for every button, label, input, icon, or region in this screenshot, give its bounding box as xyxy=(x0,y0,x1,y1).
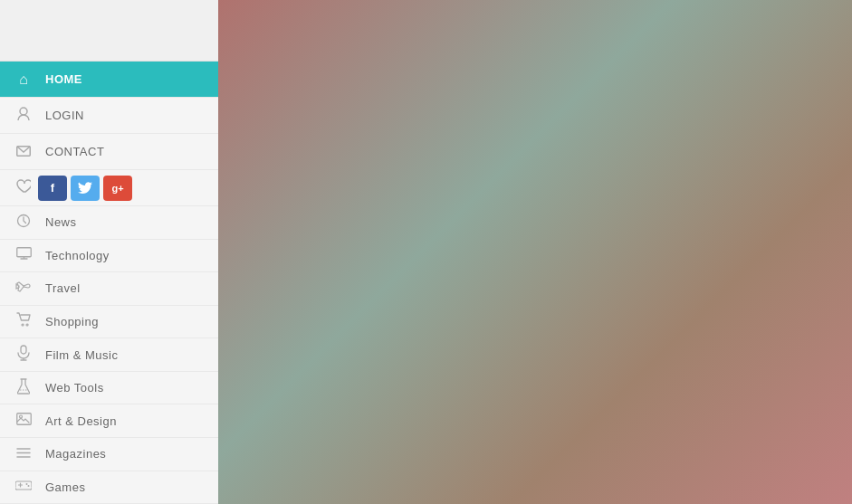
sidebar-item-label: Games xyxy=(45,480,85,494)
flask-icon xyxy=(14,378,33,398)
sidebar: ⌂ HOME LOGIN CONTACT f xyxy=(0,0,218,504)
sidebar-item-login[interactable]: LOGIN xyxy=(0,98,218,134)
sidebar-item-label: Technology xyxy=(45,249,110,262)
svg-point-4 xyxy=(22,324,24,326)
twitter-button[interactable] xyxy=(71,176,100,201)
sidebar-item-technology[interactable]: Technology xyxy=(0,240,218,273)
sidebar-item-label: Web Tools xyxy=(45,381,104,395)
sidebar-item-label: Travel xyxy=(45,281,81,295)
sidebar-item-label: Film & Music xyxy=(45,348,118,362)
social-buttons: f g+ xyxy=(38,176,132,201)
cart-icon xyxy=(14,312,33,330)
svg-point-0 xyxy=(20,108,27,115)
sidebar-item-news[interactable]: News xyxy=(0,206,218,240)
sidebar-item-label: Art & Design xyxy=(45,414,117,428)
sidebar-item-label: HOME xyxy=(45,72,82,86)
svg-rect-6 xyxy=(21,346,26,354)
main-content xyxy=(218,0,852,504)
clock-icon xyxy=(14,214,33,232)
sidebar-item-art-design[interactable]: Art & Design xyxy=(0,404,218,438)
category-list: News Technology Travel xyxy=(0,206,218,504)
lines-icon xyxy=(14,446,33,462)
sidebar-item-label: Magazines xyxy=(45,447,106,461)
sidebar-item-label: News xyxy=(45,215,77,229)
googleplus-button[interactable]: g+ xyxy=(103,176,132,201)
airplane-icon xyxy=(14,281,33,297)
sidebar-item-web-tools[interactable]: Web Tools xyxy=(0,372,218,405)
facebook-button[interactable]: f xyxy=(38,176,67,201)
svg-point-15 xyxy=(28,485,30,487)
sidebar-logo xyxy=(0,0,218,62)
sidebar-item-games[interactable]: Games xyxy=(0,471,218,505)
sidebar-item-travel[interactable]: Travel xyxy=(0,272,218,306)
sidebar-item-magazines[interactable]: Magazines xyxy=(0,438,218,471)
svg-point-14 xyxy=(26,483,28,485)
mic-icon xyxy=(14,345,33,365)
envelope-icon xyxy=(14,144,33,160)
image-icon xyxy=(14,413,33,429)
social-row: f g+ xyxy=(0,170,218,206)
monitor-icon xyxy=(14,247,33,263)
sidebar-item-film-music[interactable]: Film & Music xyxy=(0,338,218,372)
gamepad-icon xyxy=(14,479,33,495)
sidebar-item-home[interactable]: ⌂ HOME xyxy=(0,62,218,98)
sidebar-item-label: Shopping xyxy=(45,315,99,328)
sidebar-item-contact[interactable]: CONTACT xyxy=(0,134,218,170)
home-icon: ⌂ xyxy=(14,71,33,88)
heart-icon xyxy=(14,179,33,196)
sidebar-item-label: LOGIN xyxy=(45,109,84,122)
user-icon xyxy=(14,107,33,125)
svg-rect-3 xyxy=(16,248,31,257)
sidebar-item-shopping[interactable]: Shopping xyxy=(0,306,218,339)
svg-point-5 xyxy=(26,324,28,326)
sidebar-item-label: CONTACT xyxy=(45,145,104,158)
